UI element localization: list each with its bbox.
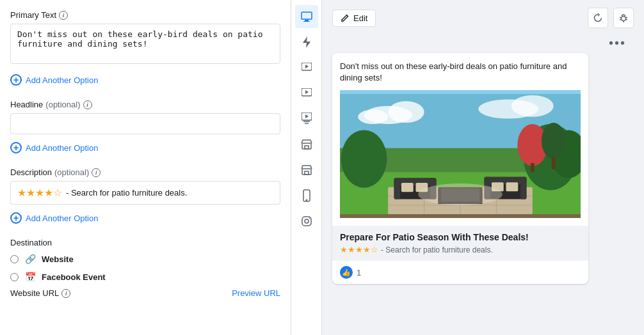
primary-text-info-icon[interactable]: i (59, 11, 68, 20)
toolbar-store2-icon[interactable] (295, 159, 318, 182)
toolbar-desktop-icon[interactable] (295, 5, 318, 28)
svg-rect-45 (401, 183, 414, 192)
destination-facebook-event-radio[interactable] (10, 273, 19, 281)
website-url-row: Website URL i Preview URL (10, 288, 280, 298)
preview-card: Don't miss out on these early-bird deals… (332, 53, 588, 284)
website-url-label: Website URL i (10, 288, 70, 298)
preview-stars: ★★★★☆ (340, 245, 378, 254)
preview-primary-text: Don't miss out on these early-bird deals… (340, 61, 581, 84)
toolbar-store1-icon[interactable] (295, 133, 318, 156)
preview-description-text: - Search for patio furniture deals. (381, 245, 493, 254)
preview-card-body: Don't miss out on these early-bird deals… (332, 53, 588, 226)
plus-circle-icon-1: + (10, 74, 22, 86)
toolbar-play1-icon[interactable] (295, 56, 318, 79)
svg-point-29 (388, 102, 424, 123)
reactions-count: 1 (357, 268, 361, 277)
svg-rect-13 (305, 146, 309, 149)
svg-line-25 (626, 20, 628, 20)
website-icon: 🔗 (24, 253, 36, 265)
left-panel: Primary Text i Don't miss out on these e… (0, 0, 291, 335)
toolbar-play2-icon[interactable] (295, 82, 318, 105)
facebook-event-label: Facebook Event (42, 272, 106, 282)
like-icon: 👍 (340, 266, 353, 279)
preview-header: Edit (332, 8, 634, 28)
svg-rect-0 (302, 12, 312, 19)
preview-reactions: 👍 1 (332, 261, 588, 284)
add-option-button-1[interactable]: + Add Another Option (10, 70, 98, 90)
headline-input[interactable]: Prepare For Patio Season With These Deal… (10, 113, 280, 134)
svg-marker-3 (303, 36, 310, 48)
svg-point-17 (306, 199, 307, 201)
svg-point-30 (358, 110, 388, 125)
description-stars: ★★★★☆ (17, 187, 62, 199)
svg-marker-5 (305, 65, 309, 68)
svg-point-32 (511, 95, 554, 117)
preview-card-footer: Prepare For Patio Season With These Deal… (332, 226, 588, 261)
primary-text-label: Primary Text i (10, 10, 280, 20)
destination-facebook-event-option[interactable]: 📅 Facebook Event (10, 270, 280, 283)
middle-toolbar (291, 0, 322, 335)
svg-rect-52 (506, 183, 518, 192)
edit-label: Edit (353, 13, 367, 23)
primary-text-input[interactable]: Don't miss out on these early-bird deals… (10, 24, 280, 64)
website-label: Website (42, 254, 74, 264)
primary-text-section: Primary Text i Don't miss out on these e… (10, 10, 280, 90)
svg-rect-1 (305, 20, 309, 21)
preview-headline: Prepare For Patio Season With These Deal… (340, 232, 581, 242)
right-panel: Edit ••• (322, 0, 644, 335)
destination-website-option[interactable]: 🔗 Website (10, 253, 280, 265)
website-url-info-icon[interactable]: i (61, 289, 70, 298)
toolbar-play3-icon[interactable] (295, 107, 318, 130)
header-icons (588, 8, 634, 28)
svg-rect-2 (303, 21, 310, 22)
preview-description: ★★★★☆ - Search for patio furniture deals… (340, 245, 581, 254)
description-input-box: ★★★★☆ - Search for patio furniture deals… (10, 181, 280, 205)
headline-info-icon[interactable]: i (83, 100, 92, 109)
svg-point-20 (309, 218, 310, 219)
refresh-button[interactable] (588, 8, 608, 28)
svg-marker-9 (305, 114, 309, 118)
toolbar-lightning-icon[interactable] (295, 31, 318, 54)
svg-point-19 (305, 219, 309, 223)
svg-rect-43 (394, 178, 400, 199)
preview-image (340, 90, 581, 218)
toolbar-instagram-icon[interactable] (295, 210, 318, 233)
destination-website-radio[interactable] (10, 255, 19, 263)
bug-button[interactable] (613, 8, 634, 28)
svg-rect-60 (531, 163, 535, 172)
svg-rect-50 (520, 177, 526, 199)
svg-rect-62 (552, 157, 556, 169)
plus-circle-icon-3: + (10, 212, 22, 224)
plus-circle-icon-2: + (10, 142, 22, 153)
svg-point-21 (622, 17, 626, 21)
headline-section: Headline (optional) i Prepare For Patio … (10, 100, 280, 157)
toolbar-mobile-icon[interactable] (295, 184, 318, 207)
svg-point-55 (418, 183, 503, 205)
add-option-button-3[interactable]: + Add Another Option (10, 208, 98, 228)
edit-button[interactable]: Edit (332, 10, 376, 27)
add-option-button-2[interactable]: + Add Another Option (10, 138, 98, 157)
preview-url-link[interactable]: Preview URL (232, 288, 280, 298)
facebook-event-icon: 📅 (24, 270, 36, 283)
svg-rect-15 (305, 171, 309, 175)
destination-label: Destination (10, 238, 280, 247)
svg-line-23 (626, 17, 628, 18)
svg-point-61 (542, 123, 566, 159)
svg-line-22 (620, 17, 622, 18)
description-label: Description (optional) i (10, 168, 280, 177)
svg-line-24 (620, 20, 622, 20)
svg-marker-7 (305, 90, 309, 94)
description-info-icon[interactable]: i (92, 168, 101, 177)
more-options-dots[interactable]: ••• (332, 33, 634, 53)
svg-rect-42 (394, 178, 437, 185)
description-text: - Search for patio furniture deals. (66, 188, 187, 198)
destination-section: Destination 🔗 Website 📅 Facebook Event W… (10, 238, 280, 298)
svg-rect-48 (485, 177, 527, 184)
headline-label: Headline (optional) i (10, 100, 280, 109)
svg-point-57 (341, 130, 387, 188)
description-section: Description (optional) i ★★★★☆ - Search … (10, 168, 280, 228)
